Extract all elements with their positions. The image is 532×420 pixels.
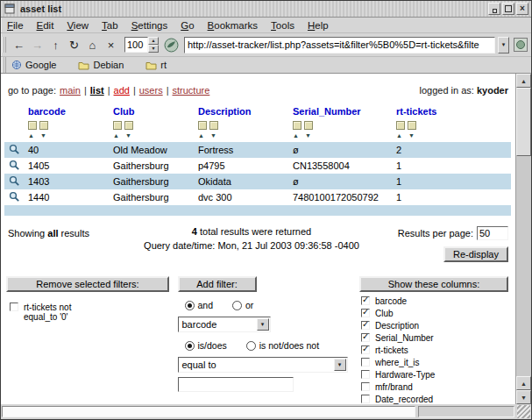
scroll-down-icon[interactable]: ▼ [516, 390, 531, 404]
view-record-icon[interactable] [9, 144, 20, 155]
column-header-label[interactable]: Description [198, 106, 287, 117]
column-option-mfr-brand[interactable]: mfr/brand [361, 381, 510, 392]
sort-desc-icon[interactable]: ▼ [40, 132, 46, 139]
column-action-icon[interactable] [28, 121, 37, 130]
checkbox-icon[interactable] [361, 345, 370, 354]
zoom-increase-icon[interactable]: ▴ [148, 37, 159, 45]
column-header-label[interactable]: Club [113, 106, 193, 117]
view-record-icon[interactable] [9, 191, 20, 203]
column-action-icon[interactable] [304, 121, 313, 130]
results-per-page-input[interactable] [477, 226, 508, 240]
isdoes-radio[interactable] [185, 341, 195, 351]
maximize-button[interactable] [502, 3, 514, 15]
toolbar-handle[interactable] [3, 37, 6, 53]
view-record-icon[interactable] [9, 160, 20, 171]
menu-file[interactable]: File [7, 20, 24, 31]
filter-operator-dropdown[interactable]: equal to ▾ [178, 357, 348, 373]
forward-icon[interactable]: → [29, 36, 46, 53]
menu-go[interactable]: Go [181, 20, 194, 31]
menu-settings[interactable]: Settings [131, 20, 168, 31]
column-action-icon[interactable] [408, 121, 416, 130]
checkbox-icon[interactable] [361, 296, 370, 305]
column-option-hardware-type[interactable]: Hardware-Type [361, 369, 510, 380]
vertical-scrollbar[interactable]: ▲ ▲ ▼ [516, 74, 531, 404]
checkbox-icon[interactable] [361, 309, 370, 317]
column-action-icon[interactable] [209, 121, 218, 130]
column-header-label[interactable]: rt-tickets [396, 106, 508, 117]
checkbox-icon[interactable] [361, 358, 370, 367]
sort-asc-icon[interactable]: ▲ [198, 132, 204, 139]
url-history-dropdown-icon[interactable]: ▾ [498, 37, 509, 53]
or-radio[interactable] [232, 301, 242, 310]
nav-link-users[interactable]: users [139, 85, 163, 96]
sort-desc-icon[interactable]: ▼ [408, 132, 415, 139]
back-icon[interactable]: ← [11, 36, 27, 53]
column-action-icon[interactable] [293, 121, 301, 130]
column-action-icon[interactable] [124, 121, 133, 130]
column-header-label[interactable]: Serial_Number [293, 106, 391, 117]
sort-desc-icon[interactable]: ▼ [210, 132, 216, 139]
bookmark-rt[interactable]: rt [145, 60, 167, 70]
column-header-label[interactable]: barcode [28, 106, 108, 117]
window-menu-icon[interactable] [4, 3, 16, 15]
redisplay-button[interactable]: Re-display [443, 246, 508, 262]
column-option-description[interactable]: Description [361, 320, 510, 331]
bookmark-google[interactable]: Google [11, 60, 56, 70]
sort-asc-icon[interactable]: ▲ [113, 132, 119, 139]
close-button[interactable]: × [516, 3, 528, 15]
stop-icon[interactable]: × [103, 36, 119, 53]
add-filter-button[interactable]: Add filter: [178, 276, 257, 292]
menu-bookmarks[interactable]: Bookmarks [208, 20, 259, 31]
isnot-radio[interactable] [246, 341, 256, 351]
menu-view[interactable]: View [67, 20, 89, 31]
checkbox-icon[interactable] [361, 333, 370, 342]
remove-filters-button[interactable]: Remove selected filters: [6, 276, 169, 292]
column-action-icon[interactable] [198, 121, 207, 130]
zoom-decrease-icon[interactable]: ▾ [148, 45, 159, 53]
nav-link-add[interactable]: add [114, 85, 130, 96]
checkbox-icon[interactable] [361, 321, 370, 330]
resize-grip[interactable] [517, 405, 530, 418]
checkbox-icon[interactable] [361, 382, 370, 391]
sort-asc-icon[interactable]: ▲ [396, 132, 402, 139]
column-option-rt-tickets[interactable]: rt-tickets [361, 345, 510, 355]
titlebar[interactable]: asset list × [1, 1, 531, 18]
column-option-serial-number[interactable]: Serial_Number [361, 332, 510, 343]
scrollbar-thumb[interactable] [516, 88, 531, 156]
nav-link-list[interactable]: list [90, 85, 104, 96]
bookmark-debian[interactable]: Debian [78, 60, 124, 70]
sort-desc-icon[interactable]: ▼ [305, 132, 311, 139]
existing-filter-checkbox[interactable] [10, 303, 18, 311]
view-record-icon[interactable] [9, 175, 20, 187]
url-input[interactable] [184, 37, 495, 53]
filter-value-input[interactable] [178, 377, 294, 392]
zoom-input[interactable] [124, 37, 148, 53]
and-radio[interactable] [185, 301, 195, 310]
column-option-barcode[interactable]: barcode [361, 295, 510, 306]
nav-link-main[interactable]: main [60, 85, 81, 96]
nav-link-structure[interactable]: structure [173, 85, 210, 96]
up-icon[interactable]: ↑ [47, 36, 64, 53]
reload-icon[interactable]: ↻ [66, 36, 82, 53]
column-action-icon[interactable] [39, 121, 48, 130]
sort-asc-icon[interactable]: ▲ [293, 132, 299, 139]
sort-asc-icon[interactable]: ▲ [28, 132, 34, 139]
column-option-club[interactable]: Club [361, 308, 510, 318]
filter-field-dropdown[interactable]: barcode ▾ [178, 317, 271, 332]
scroll-up-icon-bottom[interactable]: ▲ [516, 376, 531, 390]
checkbox-icon[interactable] [361, 370, 370, 379]
column-action-icon[interactable] [113, 121, 122, 130]
column-action-icon[interactable] [396, 121, 405, 130]
checkbox-icon[interactable] [361, 395, 370, 403]
scroll-up-icon[interactable]: ▲ [516, 74, 531, 88]
existing-filter[interactable]: rt-tickets not equal_to '0' [10, 303, 171, 322]
scrollbar-trough[interactable] [516, 156, 531, 376]
sort-desc-icon[interactable]: ▼ [125, 132, 131, 139]
menu-edit[interactable]: Edit [37, 20, 54, 31]
menu-tools[interactable]: Tools [271, 20, 294, 31]
home-icon[interactable]: ⌂ [84, 36, 101, 53]
column-option-date-recorded[interactable]: Date_recorded [361, 394, 510, 404]
minimize-button[interactable] [488, 3, 500, 15]
column-option-where-it-is[interactable]: where_it_is [361, 357, 510, 367]
show-columns-button[interactable]: Show these columns: [359, 276, 508, 292]
